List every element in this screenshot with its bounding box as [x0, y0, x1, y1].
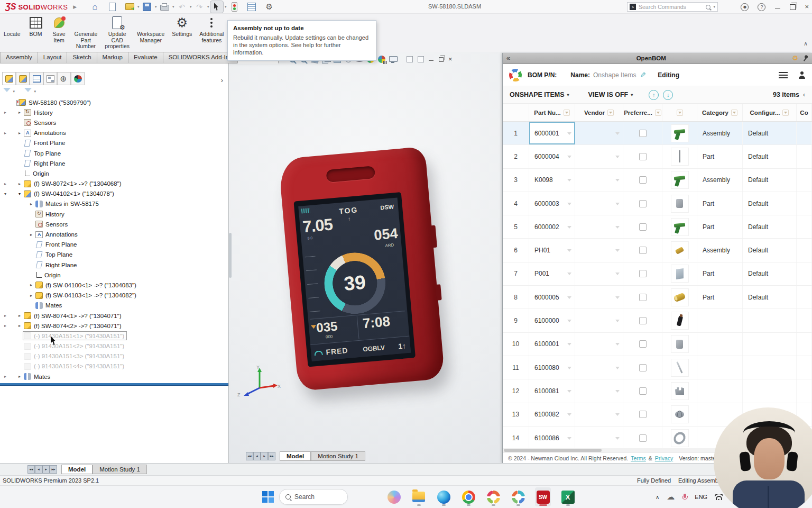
bom-table-row[interactable]: 2 6000004 Part Default	[503, 145, 812, 168]
tree-item-body[interactable]: Sensors	[23, 119, 58, 126]
preferred-cell[interactable]	[623, 239, 662, 261]
cell-filter-icon[interactable]	[615, 273, 620, 275]
category-cell[interactable]	[697, 333, 743, 356]
taskbar-app-button[interactable]	[386, 487, 402, 506]
panel-splitter-handle[interactable]	[229, 233, 232, 278]
configuration-cell[interactable]: Default	[743, 122, 797, 144]
tab-model[interactable]: Model	[280, 451, 311, 461]
expand-arrow-icon[interactable]	[16, 110, 23, 115]
taskbar-app-button[interactable]: X	[560, 487, 576, 506]
column-filter-icon[interactable]	[782, 110, 789, 116]
vendor-cell[interactable]	[575, 145, 623, 168]
part-number-cell[interactable]: 6100086	[529, 427, 575, 448]
source-dropdown[interactable]: ONSHAPE ITEMS ▾	[510, 91, 569, 98]
dropdown-caret-icon[interactable]	[153, 5, 158, 9]
thumbnail-cell[interactable]	[662, 192, 697, 215]
preferred-checkbox[interactable]	[639, 176, 647, 184]
microphone-icon[interactable]	[682, 494, 687, 501]
ribbon-tab[interactable]: Markup	[97, 52, 128, 64]
tab-feature-manager[interactable]	[30, 72, 43, 85]
bom-table-row[interactable]: 7 P001 Part Default	[503, 262, 812, 286]
ribbon-button[interactable]: Update CAD properties	[101, 14, 133, 51]
expand-arrow-icon[interactable]	[16, 192, 23, 196]
col-header-configuration[interactable]: Configur...	[743, 104, 797, 121]
tree-item[interactable]: Annotations	[0, 128, 228, 138]
tree-item[interactable]: (-) 91430A151<4> ("91430A151")	[0, 361, 228, 371]
dropdown-caret-icon[interactable]	[171, 5, 176, 9]
cell-filter-icon[interactable]	[567, 413, 571, 416]
part-number-cell[interactable]: 6000002	[529, 215, 575, 238]
ribbon-tab[interactable]: Assembly	[0, 52, 38, 64]
dropdown-caret-icon[interactable]	[206, 5, 210, 9]
expand-arrow-icon[interactable]	[16, 182, 23, 186]
tab-motion-study[interactable]: Motion Study 1	[93, 465, 147, 474]
category-cell[interactable]: Assembly	[697, 122, 743, 144]
part-number-cell[interactable]: 6000004	[529, 145, 575, 168]
configuration-cell[interactable]	[743, 379, 797, 402]
toolbar-icon[interactable]	[210, 1, 223, 13]
cell-filter-icon[interactable]	[615, 179, 620, 182]
tree-item-body[interactable]: (f) SW-8074<2> ->? ("1304071")	[23, 322, 124, 330]
tree-item-body[interactable]: (-) 91430A151<3> ("91430A151")	[23, 352, 126, 360]
part-number-cell[interactable]: 6100001	[529, 333, 575, 356]
tree-item[interactable]: (f) SW-8072<1> ->? ("1304068")	[0, 179, 228, 189]
cell-filter-icon[interactable]	[567, 390, 571, 393]
preferred-checkbox[interactable]	[639, 270, 647, 277]
col-header-co[interactable]: Co	[797, 104, 812, 121]
cell-filter-icon[interactable]	[567, 343, 571, 346]
part-number-cell[interactable]: 6100082	[529, 403, 575, 426]
ribbon-button[interactable]: Generate Part Number	[71, 14, 102, 51]
command-search-placeholder[interactable]: Search Commands	[639, 4, 703, 10]
category-cell[interactable]	[697, 309, 743, 332]
part-number-cell[interactable]: 6000005	[529, 286, 575, 309]
cell-filter-icon[interactable]	[567, 273, 571, 275]
language-indicator[interactable]: ENG	[695, 494, 707, 500]
configuration-cell[interactable]	[743, 333, 797, 356]
privacy-link[interactable]: Privacy	[655, 455, 673, 461]
filter-funnel-icon[interactable]	[24, 88, 36, 96]
tab-nav-prev-icon[interactable]: ◂	[35, 465, 42, 474]
category-cell[interactable]: Part	[697, 215, 743, 238]
preferred-cell[interactable]	[623, 379, 662, 402]
category-cell[interactable]: Assembly	[697, 169, 743, 192]
panel-settings-gear-icon[interactable]: ⚙	[792, 54, 798, 62]
category-cell[interactable]: Assembly	[697, 239, 743, 261]
toolbar-icon[interactable]	[88, 1, 101, 13]
tree-item[interactable]: Front Plane	[0, 240, 228, 250]
toolbar-icon[interactable]	[176, 1, 188, 13]
toolbar-icon[interactable]	[245, 1, 258, 13]
preferred-cell[interactable]	[623, 215, 662, 238]
cell-filter-icon[interactable]	[615, 203, 620, 205]
thumbnail-cell[interactable]	[662, 427, 697, 448]
tab-nav-last-icon[interactable]: ▸▸	[50, 465, 57, 474]
part-number-cell[interactable]: 6100080	[529, 356, 575, 379]
onedrive-cloud-icon[interactable]: ☁	[667, 492, 675, 502]
tree-item[interactable]: (f) SW-04102<1> ("1304078")	[0, 189, 228, 199]
tree-item-body[interactable]: Origin	[23, 170, 51, 177]
col-header-thumbnail[interactable]	[662, 104, 697, 121]
ribbon-tab[interactable]: Evaluate	[128, 52, 163, 64]
taskbar-app-button[interactable]	[436, 487, 451, 506]
thumbnail-cell[interactable]	[662, 356, 697, 379]
part-number-cell[interactable]: K0098	[529, 169, 575, 192]
tree-item[interactable]: Mates	[0, 301, 228, 311]
bom-table-row[interactable]: 12 6100081	[503, 379, 812, 403]
vendor-cell[interactable]	[575, 215, 623, 238]
tree-item-body[interactable]: Sensors	[35, 220, 70, 228]
cell-filter-icon[interactable]	[615, 132, 620, 135]
cell-filter-icon[interactable]	[567, 367, 571, 369]
expand-arrow-icon[interactable]	[27, 293, 35, 298]
column-filter-icon[interactable]	[731, 110, 737, 116]
tree-item[interactable]: Origin	[0, 270, 228, 280]
preferred-checkbox[interactable]	[639, 317, 647, 324]
move-up-button[interactable]: ↑	[649, 90, 659, 100]
configuration-cell[interactable]: Default	[743, 145, 797, 168]
edit-name-pencil-icon[interactable]: ✎	[640, 71, 646, 79]
part-number-cell[interactable]: 6100081	[529, 379, 575, 402]
collapse-panel-icon[interactable]: «	[506, 53, 510, 63]
tree-item-body[interactable]: Annotations	[23, 129, 68, 137]
rollback-bar[interactable]	[0, 383, 228, 385]
dropdown-caret-icon[interactable]	[136, 5, 141, 9]
preferred-checkbox[interactable]	[639, 387, 647, 395]
vendor-cell[interactable]	[575, 427, 623, 448]
